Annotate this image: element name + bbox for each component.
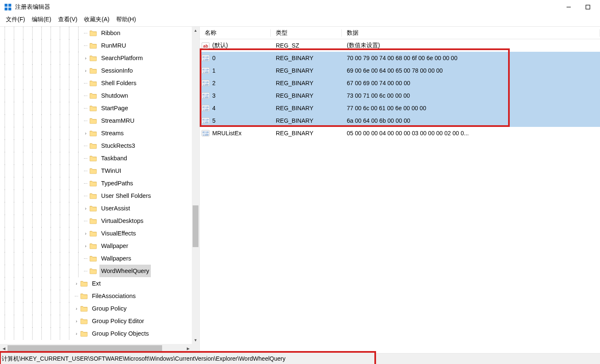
- tree-item[interactable]: Ribbon: [0, 27, 199, 39]
- tree-item-label: RunMRU: [99, 39, 128, 52]
- value-type: REG_SZ: [271, 42, 342, 49]
- tree-item[interactable]: ›Group Policy Editor: [0, 315, 199, 327]
- tree-vscrollbar[interactable]: ▲ ▼: [192, 27, 199, 344]
- value-row[interactable]: 011011002REG_BINARY67 00 69 00 74 00 00 …: [200, 77, 600, 89]
- app-icon: [4, 3, 12, 11]
- tree-item[interactable]: Taskband: [0, 152, 199, 164]
- tree-item[interactable]: ›Group Policy Objects: [0, 327, 199, 340]
- svg-text:1100: 1100: [203, 83, 209, 86]
- value-data: (数值未设置): [342, 42, 600, 49]
- chevron-right-icon[interactable]: ›: [83, 202, 89, 215]
- titlebar: 注册表编辑器: [0, 0, 600, 14]
- folder-icon: [89, 42, 97, 49]
- svg-rect-5: [586, 5, 590, 9]
- header-name[interactable]: 名称: [200, 29, 271, 37]
- folder-icon: [89, 230, 97, 237]
- scroll-thumb[interactable]: [193, 205, 198, 247]
- tree-item-label: User Shell Folders: [99, 190, 153, 202]
- list-body[interactable]: ab(默认)REG_SZ(数值未设置)011011000REG_BINARY70…: [200, 39, 600, 139]
- menu-favorites[interactable]: 收藏夹(A): [84, 16, 109, 23]
- value-name: (默认): [212, 42, 228, 49]
- tree-tick-icon: [83, 171, 89, 171]
- scroll-right-icon[interactable]: ▶: [184, 344, 192, 353]
- tree-item[interactable]: Shutdown: [0, 89, 199, 102]
- scroll-left-icon[interactable]: ◀: [0, 344, 8, 353]
- tree-item[interactable]: FileAssociations: [0, 290, 199, 302]
- svg-text:ab: ab: [203, 44, 208, 48]
- tree-item[interactable]: ›UserAssist: [0, 202, 199, 215]
- binary-value-icon: 01101100: [201, 117, 210, 124]
- tree-tick-icon: [74, 296, 79, 296]
- header-type[interactable]: 类型: [271, 29, 342, 37]
- value-row[interactable]: 01101100MRUListExREG_BINARY05 00 00 00 0…: [200, 127, 600, 139]
- chevron-right-icon[interactable]: ›: [74, 327, 79, 340]
- header-data[interactable]: 数据: [342, 29, 600, 37]
- tree-item-label: StartPage: [99, 102, 130, 114]
- folder-icon: [89, 104, 97, 112]
- tree-item[interactable]: StartPage: [0, 102, 199, 114]
- folder-icon: [89, 242, 97, 250]
- value-row[interactable]: 011011003REG_BINARY73 00 71 00 6c 00 00 …: [200, 89, 600, 102]
- binary-value-icon: 01101100: [201, 67, 210, 74]
- maximize-button[interactable]: [578, 1, 597, 13]
- value-row[interactable]: 011011001REG_BINARY69 00 6e 00 64 00 65 …: [200, 64, 600, 77]
- minimize-button[interactable]: [559, 1, 578, 13]
- tree-item[interactable]: StuckRects3: [0, 139, 199, 152]
- value-row[interactable]: 011011004REG_BINARY77 00 6c 00 61 00 6e …: [200, 102, 600, 114]
- scroll-down-icon[interactable]: ▼: [192, 336, 199, 344]
- tree-item[interactable]: ›SessionInfo: [0, 64, 199, 77]
- binary-value-icon: 01101100: [201, 104, 210, 112]
- menu-help[interactable]: 帮助(H): [116, 16, 136, 23]
- folder-icon: [89, 29, 97, 37]
- chevron-right-icon[interactable]: ›: [83, 227, 89, 240]
- chevron-right-icon[interactable]: ›: [74, 277, 79, 290]
- menu-edit[interactable]: 编辑(E): [32, 16, 51, 23]
- tree-item-label: Group Policy Editor: [90, 315, 146, 327]
- tree-item[interactable]: TypedPaths: [0, 177, 199, 190]
- tree-item[interactable]: RunMRU: [0, 39, 199, 52]
- value-name: MRUListEx: [212, 130, 242, 136]
- tree-item[interactable]: WordWheelQuery: [0, 265, 199, 277]
- value-type: REG_BINARY: [271, 80, 342, 86]
- chevron-right-icon[interactable]: ›: [83, 240, 89, 252]
- address-bar[interactable]: 计算机\HKEY_CURRENT_USER\SOFTWARE\Microsoft…: [0, 353, 600, 364]
- tree-tick-icon: [83, 33, 89, 33]
- menu-file[interactable]: 文件(F): [6, 16, 25, 23]
- scroll-thumb[interactable]: [8, 345, 162, 352]
- folder-icon: [89, 154, 97, 162]
- tree-item[interactable]: Shell Folders: [0, 77, 199, 89]
- scroll-up-icon[interactable]: ▲: [192, 27, 199, 34]
- tree-item-label: Ribbon: [99, 27, 122, 39]
- tree-item[interactable]: ›SearchPlatform: [0, 52, 199, 64]
- tree-tick-icon: [83, 46, 89, 46]
- value-row[interactable]: ab(默认)REG_SZ(数值未设置): [200, 39, 600, 52]
- tree-hscrollbar[interactable]: ◀ ▶: [0, 344, 192, 353]
- tree[interactable]: RibbonRunMRU›SearchPlatform›SessionInfoS…: [0, 27, 199, 353]
- chevron-right-icon[interactable]: ›: [83, 127, 89, 139]
- tree-item[interactable]: TWinUI: [0, 164, 199, 177]
- tree-item[interactable]: ›VisualEffects: [0, 227, 199, 240]
- tree-tick-icon: [83, 221, 89, 221]
- chevron-right-icon[interactable]: ›: [74, 315, 79, 327]
- folder-icon: [80, 292, 88, 300]
- value-row[interactable]: 011011005REG_BINARY6a 00 64 00 6b 00 00 …: [200, 114, 600, 127]
- tree-item[interactable]: VirtualDesktops: [0, 215, 199, 227]
- chevron-right-icon[interactable]: ›: [83, 52, 89, 64]
- tree-item[interactable]: StreamMRU: [0, 114, 199, 127]
- tree-item[interactable]: Wallpapers: [0, 252, 199, 265]
- tree-item[interactable]: ›Wallpaper: [0, 240, 199, 252]
- tree-item-label: Wallpapers: [99, 252, 133, 265]
- tree-item-label: Taskband: [99, 152, 129, 164]
- tree-panel: RibbonRunMRU›SearchPlatform›SessionInfoS…: [0, 27, 200, 353]
- tree-item[interactable]: ›Streams: [0, 127, 199, 139]
- chevron-right-icon[interactable]: ›: [83, 64, 89, 77]
- value-row[interactable]: 011011000REG_BINARY70 00 79 00 74 00 68 …: [200, 52, 600, 64]
- folder-icon: [89, 117, 97, 124]
- chevron-right-icon[interactable]: ›: [74, 302, 79, 315]
- tree-item[interactable]: ›Group Policy: [0, 302, 199, 315]
- menu-view[interactable]: 查看(V): [58, 16, 78, 23]
- tree-item[interactable]: ›Ext: [0, 277, 199, 290]
- folder-icon: [89, 67, 97, 74]
- value-type: REG_BINARY: [271, 105, 342, 111]
- tree-item[interactable]: User Shell Folders: [0, 190, 199, 202]
